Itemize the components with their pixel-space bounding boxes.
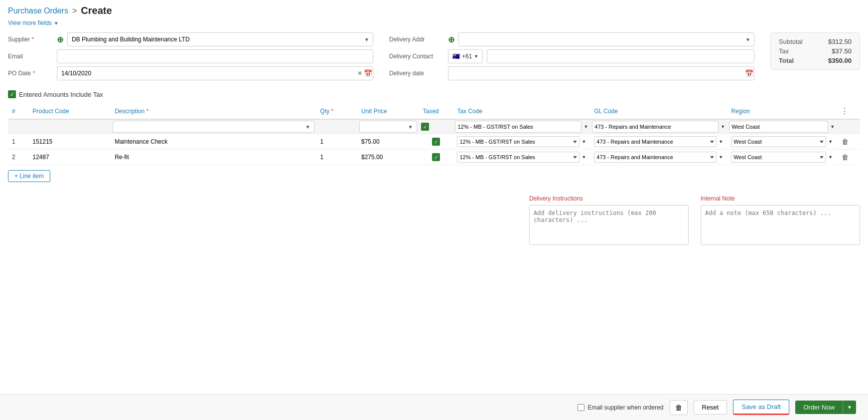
chevron-down-icon: ▼ <box>54 20 59 26</box>
row1-tax-code-select[interactable]: 12% - MB - GST/RST on Sales <box>457 136 579 147</box>
col-header-qty: Qty * <box>316 103 357 119</box>
row1-gl-code-dropdown-arrow: ▼ <box>719 139 723 144</box>
delivery-instructions-label: Delivery Instructions <box>529 195 689 202</box>
row1-delete-button[interactable]: 🗑 <box>841 137 850 147</box>
row2-gl-code-select[interactable]: 473 - Repairs and Maintenance <box>594 152 717 163</box>
filter-region-dropdown-arrow: ▼ <box>830 124 835 129</box>
row2-product-code[interactable] <box>32 154 107 161</box>
page-header: Purchase Orders > Create <box>0 0 868 18</box>
filter-description-select[interactable] <box>113 121 314 133</box>
row1-product-code[interactable] <box>32 138 107 145</box>
table-filter-row: ▼ ▼ <box>8 119 860 134</box>
breadcrumb-parent[interactable]: Purchase Orders <box>8 6 68 15</box>
row2-taxed-checkbox[interactable] <box>432 153 440 161</box>
row1-qty[interactable] <box>320 138 353 145</box>
po-date-clear-button[interactable]: ✕ <box>357 70 362 77</box>
row2-tax-code-dropdown-arrow: ▼ <box>581 155 586 160</box>
supplier-label: Supplier * <box>8 36 53 43</box>
supplier-add-icon[interactable]: ⊕ <box>57 35 63 44</box>
col-header-tax-code: Tax Code <box>453 103 590 119</box>
filter-gl-code-dropdown-arrow: ▼ <box>721 124 725 129</box>
row1-region-dropdown-arrow: ▼ <box>828 139 833 144</box>
delivery-addr-select[interactable] <box>458 32 754 46</box>
filter-taxed-checkbox[interactable] <box>421 123 429 131</box>
middle-form-col: Delivery Addr ⊕ ▼ Delivery Contact 🇦🇺 +6… <box>389 32 754 83</box>
row2-delete-button[interactable]: 🗑 <box>841 152 850 162</box>
table-header-row: # Product Code Description * Qty * Unit … <box>8 103 860 119</box>
more-options-icon[interactable]: ⋮ <box>841 107 849 115</box>
add-line-item-label: + Line item <box>14 173 44 180</box>
entered-amounts-label: Entered Amounts Include Tax <box>19 91 103 98</box>
filter-gl-code-select[interactable]: 473 - Repairs and Maintenance <box>592 121 719 133</box>
row1-num: 1 <box>8 134 28 150</box>
subtotal-label: Subtotal <box>779 38 803 45</box>
po-date-label: PO Date * <box>8 70 53 77</box>
col-header-num: # <box>8 103 28 119</box>
col-header-action: ⋮ <box>837 103 860 119</box>
table-row: 2 12% - MB - GST/RST on Sales ▼ <box>8 150 860 165</box>
total-label: Total <box>779 57 794 64</box>
phone-dropdown-icon[interactable]: ▼ <box>474 54 478 59</box>
order-summary: Subtotal $312.50 Tax $37.50 Total $350.0… <box>770 32 860 70</box>
row1-taxed-checkbox[interactable] <box>432 138 440 146</box>
entered-amounts-checkbox[interactable] <box>8 90 16 98</box>
row1-gl-code-select[interactable]: 473 - Repairs and Maintenance <box>594 136 717 147</box>
po-date-calendar-icon[interactable]: 📅 <box>364 69 372 77</box>
delivery-date-input[interactable] <box>448 66 754 80</box>
row2-region-select[interactable]: West Coast <box>731 152 826 163</box>
row2-gl-code-dropdown-arrow: ▼ <box>719 155 723 160</box>
line-items-table: # Product Code Description * Qty * Unit … <box>8 103 860 165</box>
total-value: $350.00 <box>828 57 852 64</box>
line-items-table-section: # Product Code Description * Qty * Unit … <box>0 103 868 165</box>
flag-icon: 🇦🇺 <box>452 53 460 60</box>
row2-description[interactable] <box>115 154 312 161</box>
filter-tax-code-dropdown-arrow: ▼ <box>583 124 588 129</box>
tax-value: $37.50 <box>832 47 852 55</box>
delivery-addr-add-icon[interactable]: ⊕ <box>448 35 454 44</box>
row2-unit-price[interactable] <box>361 154 415 161</box>
left-form-col: Supplier * ⊕ DB Plumbing and Building Ma… <box>8 32 373 83</box>
delivery-date-calendar-icon[interactable]: 📅 <box>745 69 753 77</box>
filter-unit-price-select[interactable] <box>359 121 417 133</box>
col-header-region: Region <box>727 103 837 119</box>
phone-code: +61 <box>462 53 472 60</box>
row1-description[interactable] <box>115 138 312 145</box>
row2-qty[interactable] <box>320 154 353 161</box>
col-header-taxed: Taxed <box>419 103 453 119</box>
row1-unit-price[interactable] <box>361 138 415 145</box>
col-header-product-code: Product Code <box>28 103 111 119</box>
email-input[interactable] <box>57 49 373 63</box>
filter-tax-code-select[interactable]: 12% - MB - GST/RST on Sales <box>455 121 581 133</box>
delivery-contact-label: Delivery Contact <box>389 53 444 60</box>
add-line-item-button[interactable]: + Line item <box>8 170 50 182</box>
delivery-addr-label: Delivery Addr <box>389 36 444 43</box>
row2-num: 2 <box>8 150 28 165</box>
delivery-date-label: Delivery date <box>389 70 444 77</box>
po-date-input[interactable] <box>57 66 373 80</box>
delivery-instructions-group: Delivery Instructions <box>529 195 689 245</box>
internal-note-label: Internal Note <box>701 195 860 202</box>
view-more-label: View more fields <box>8 19 52 26</box>
col-header-description: Description * <box>111 103 316 119</box>
row1-region-select[interactable]: West Coast <box>731 136 826 147</box>
entered-amounts-section: Entered Amounts Include Tax <box>0 87 868 101</box>
subtotal-value: $312.50 <box>828 38 852 45</box>
delivery-instructions-textarea[interactable] <box>529 205 689 245</box>
delivery-contact-phone[interactable]: 🇦🇺 +61 ▼ <box>448 49 483 63</box>
breadcrumb-separator: > <box>72 6 77 15</box>
row2-tax-code-select[interactable]: 12% - MB - GST/RST on Sales <box>457 152 579 163</box>
col-header-unit-price: Unit Price <box>357 103 419 119</box>
view-more-fields[interactable]: View more fields ▼ <box>0 18 868 30</box>
row2-region-dropdown-arrow: ▼ <box>828 155 833 160</box>
row1-tax-code-dropdown-arrow: ▼ <box>581 139 586 144</box>
email-label: Email <box>8 53 53 60</box>
supplier-select[interactable]: DB Plumbing and Building Maintenance LTD <box>67 32 373 46</box>
internal-note-group: Internal Note <box>701 195 860 245</box>
internal-note-textarea[interactable] <box>701 205 860 245</box>
delivery-contact-input[interactable] <box>487 49 754 63</box>
filter-region-select[interactable]: West Coast <box>729 121 828 133</box>
notes-section: Delivery Instructions Internal Note <box>0 187 868 253</box>
tax-label: Tax <box>779 47 789 55</box>
table-row: 1 12% - MB - GST/RST on Sales ▼ <box>8 134 860 150</box>
col-header-gl-code: GL Code <box>590 103 727 119</box>
